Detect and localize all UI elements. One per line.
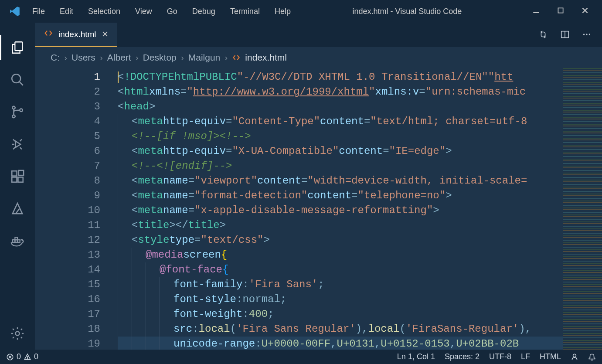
code-line[interactable]: <meta http-equiv="Content-Type" content=…: [118, 114, 563, 129]
line-number: 13: [35, 248, 100, 262]
line-number: 17: [35, 307, 100, 322]
breadcrumb-segment[interactable]: Users: [71, 52, 95, 63]
error-count: 0: [17, 352, 21, 361]
svg-point-31: [27, 358, 27, 359]
cursor-position[interactable]: Ln 1, Col 1: [397, 352, 435, 361]
menu-item-view[interactable]: View: [135, 7, 152, 16]
svg-rect-14: [19, 170, 24, 175]
line-number: 7: [35, 159, 100, 173]
title-bar: FileEditSelectionViewGoDebugTerminalHelp…: [0, 0, 602, 23]
svg-rect-12: [12, 177, 17, 182]
line-number: 10: [35, 203, 100, 218]
window-title: index.html - Visual Studio Code: [291, 7, 524, 16]
compare-changes-icon[interactable]: [538, 30, 548, 41]
breadcrumb-segment[interactable]: Albert: [107, 52, 131, 63]
more-actions-icon[interactable]: [582, 30, 592, 41]
line-number: 6: [35, 144, 100, 159]
code-line[interactable]: <meta name="x-apple-disable-message-refo…: [118, 203, 563, 218]
svg-point-24: [583, 34, 585, 35]
svg-rect-13: [18, 177, 23, 182]
code-line[interactable]: <head>: [118, 99, 563, 114]
status-bar: 0 0 Ln 1, Col 1 Spaces: 2 UTF-8 LF HTML: [0, 350, 602, 364]
explorer-icon[interactable]: [0, 31, 35, 64]
code-line[interactable]: @media screen {: [118, 248, 563, 262]
svg-rect-4: [15, 42, 22, 51]
svg-point-7: [12, 106, 15, 109]
code-line[interactable]: <meta name="viewport" content="width=dev…: [118, 173, 563, 188]
azure-icon[interactable]: [0, 193, 35, 225]
line-number: 16: [35, 292, 100, 307]
svg-point-9: [20, 109, 23, 112]
chevron-right-icon: ›: [181, 52, 184, 63]
close-icon[interactable]: [102, 29, 109, 40]
indentation-status[interactable]: Spaces: 2: [445, 352, 480, 361]
maximize-button[interactable]: [557, 7, 565, 17]
notifications-icon[interactable]: [588, 353, 596, 361]
settings-gear-icon[interactable]: [0, 317, 35, 350]
line-number: 3: [35, 99, 100, 114]
extensions-icon[interactable]: [0, 160, 35, 193]
source-control-icon[interactable]: [0, 96, 35, 128]
search-icon[interactable]: [0, 64, 35, 96]
line-number: 8: [35, 173, 100, 188]
svg-point-26: [589, 34, 590, 35]
code-line[interactable]: src: local('Fira Sans Regular'), local('…: [118, 322, 563, 337]
code-line[interactable]: unicode-range: U+0000-00FF, U+0131, U+01…: [118, 337, 563, 350]
svg-point-32: [573, 354, 576, 357]
menu-item-help[interactable]: Help: [275, 7, 291, 16]
activity-bar: [0, 23, 35, 350]
minimap[interactable]: [563, 68, 602, 350]
breadcrumb-file[interactable]: index.html: [245, 52, 287, 63]
menu-item-terminal[interactable]: Terminal: [230, 7, 260, 16]
svg-point-19: [15, 331, 19, 335]
minimize-button[interactable]: [532, 7, 540, 17]
docker-icon[interactable]: [0, 225, 35, 257]
window-controls: [524, 7, 602, 17]
code-line[interactable]: <!--[if !mso]><!-->: [118, 129, 563, 144]
svg-rect-18: [15, 238, 17, 240]
breadcrumb-segment[interactable]: Mailgun: [188, 52, 221, 63]
problems-status[interactable]: 0 0: [6, 352, 38, 361]
line-number: 15: [35, 277, 100, 292]
breadcrumb-segment[interactable]: Desktop: [143, 52, 177, 63]
code-line[interactable]: <!DOCTYPE html PUBLIC "-//W3C//DTD XHTML…: [118, 70, 563, 85]
code-line[interactable]: @font-face {: [118, 262, 563, 277]
debug-icon[interactable]: [0, 128, 35, 160]
code-editor[interactable]: <!DOCTYPE html PUBLIC "-//W3C//DTD XHTML…: [118, 68, 563, 350]
eol-status[interactable]: LF: [521, 352, 530, 361]
code-line[interactable]: font-style: normal;: [118, 292, 563, 307]
code-line[interactable]: <style type="text/css">: [118, 233, 563, 248]
line-number: 14: [35, 262, 100, 277]
code-line[interactable]: <meta http-equiv="X-UA-Compatible" conte…: [118, 144, 563, 159]
menu-item-go[interactable]: Go: [167, 7, 177, 16]
encoding-status[interactable]: UTF-8: [489, 352, 511, 361]
vscode-logo-icon: [0, 0, 30, 23]
menu-item-edit[interactable]: Edit: [60, 7, 73, 16]
menu-item-selection[interactable]: Selection: [88, 7, 120, 16]
language-mode[interactable]: HTML: [540, 352, 561, 361]
breadcrumb-segment[interactable]: C:: [51, 52, 60, 63]
tab-label: index.html: [58, 30, 96, 39]
menu-item-debug[interactable]: Debug: [192, 7, 215, 16]
feedback-icon[interactable]: [571, 353, 578, 361]
breadcrumbs[interactable]: C:›Users›Albert›Desktop›Mailgun›index.ht…: [35, 47, 602, 68]
html-file-icon: [232, 52, 241, 63]
svg-rect-1: [558, 8, 563, 13]
split-editor-icon[interactable]: [560, 30, 570, 41]
tab-index-html[interactable]: index.html: [35, 23, 117, 47]
chevron-right-icon: ›: [100, 52, 103, 63]
code-line[interactable]: <!--<![endif]-->: [118, 159, 563, 173]
line-number: 19: [35, 337, 100, 351]
code-line[interactable]: <meta name="format-detection" content="t…: [118, 188, 563, 203]
line-number: 9: [35, 188, 100, 203]
code-line[interactable]: <title></title>: [118, 218, 563, 233]
code-line[interactable]: <html xmlns="http://www.w3.org/1999/xhtm…: [118, 85, 563, 99]
warning-count: 0: [34, 352, 38, 361]
close-button[interactable]: [581, 7, 589, 17]
code-line[interactable]: font-weight: 400;: [118, 307, 563, 322]
svg-point-8: [12, 115, 15, 118]
chevron-right-icon: ›: [64, 52, 67, 63]
menu-item-file[interactable]: File: [32, 7, 45, 16]
svg-rect-11: [12, 171, 17, 176]
code-line[interactable]: font-family: 'Fira Sans';: [118, 277, 563, 292]
